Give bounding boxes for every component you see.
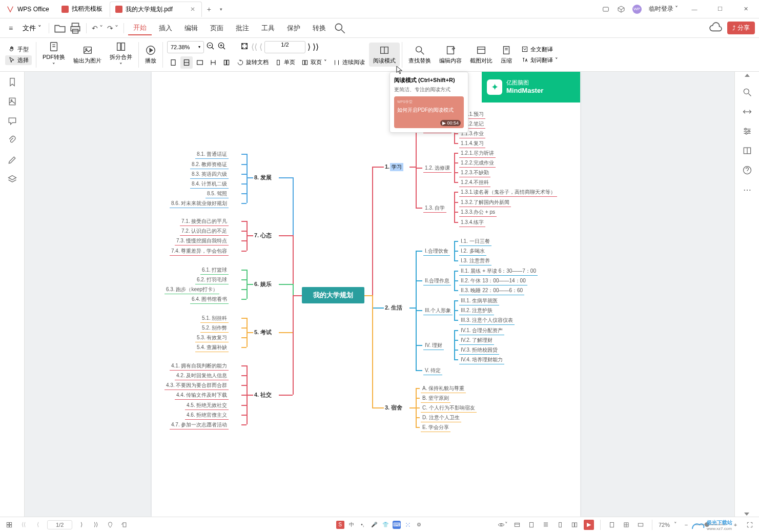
- sb-marker-icon[interactable]: [105, 520, 115, 530]
- menu-edit[interactable]: 编辑: [179, 22, 203, 35]
- next-page-button[interactable]: ⟩: [307, 42, 311, 52]
- bookmark-icon[interactable]: [7, 77, 17, 87]
- tooltip-video[interactable]: WPS学堂 如何开启PDF的阅读模式 ▶ 00:54: [394, 96, 464, 128]
- reading-mode-button[interactable]: 阅读模式: [369, 43, 400, 67]
- sb-last-page[interactable]: ⟩⟩: [91, 520, 101, 530]
- scroll-up-icon[interactable]: [745, 74, 750, 77]
- read-right-icon[interactable]: [742, 146, 752, 156]
- zoom-input[interactable]: 72.38%▾: [167, 41, 204, 53]
- sogou-icon[interactable]: S: [336, 521, 344, 529]
- fit-1[interactable]: [167, 56, 179, 69]
- minimize-button[interactable]: —: [685, 2, 704, 17]
- search-right-icon[interactable]: [742, 87, 752, 97]
- sb-fit3-icon[interactable]: [635, 520, 646, 530]
- fit-5[interactable]: [220, 56, 233, 69]
- tab-menu-dropdown[interactable]: ▾: [215, 7, 228, 12]
- compress-button[interactable]: 压缩: [497, 43, 516, 67]
- sb-play-icon[interactable]: ▶: [584, 520, 594, 530]
- close-button[interactable]: ✕: [736, 2, 755, 17]
- redo-icon[interactable]: ↷ ˅: [106, 22, 119, 35]
- menu-page[interactable]: 页面: [205, 22, 229, 35]
- attachment-icon[interactable]: [7, 135, 17, 146]
- file-menu[interactable]: 文件 ˅: [19, 24, 45, 33]
- resize-icon[interactable]: [240, 42, 249, 53]
- ime-cn-icon[interactable]: 中: [347, 521, 356, 529]
- sb-view2-icon[interactable]: [526, 520, 537, 530]
- thumbnail-icon[interactable]: [7, 96, 17, 107]
- convert-right-icon[interactable]: [742, 107, 752, 117]
- fit-2[interactable]: [180, 56, 193, 69]
- menu-start[interactable]: 开始: [128, 21, 152, 35]
- print-icon[interactable]: [69, 22, 82, 35]
- fit-3[interactable]: [194, 56, 206, 69]
- find-replace-button[interactable]: 查找替换: [404, 43, 435, 67]
- pdf-convert-button[interactable]: PDF转换˅: [38, 39, 69, 71]
- new-tab-button[interactable]: +: [203, 5, 215, 13]
- ime-gear-icon[interactable]: ⚙: [415, 521, 423, 529]
- user-avatar[interactable]: WP: [632, 5, 642, 14]
- menu-hamburger[interactable]: ≡: [4, 22, 17, 35]
- tab-document[interactable]: 我的大学规划.pdf ✕: [110, 2, 202, 17]
- prev-page-button[interactable]: ⟨: [259, 42, 262, 52]
- search-icon[interactable]: [333, 22, 346, 35]
- settings-right-icon[interactable]: [742, 126, 752, 136]
- layers-icon[interactable]: [7, 174, 17, 185]
- zoom-out-button[interactable]: [206, 42, 215, 53]
- word-translate-button[interactable]: 划词翻译˅: [518, 55, 561, 65]
- ime-mic-icon[interactable]: 🎤: [370, 521, 378, 529]
- open-icon[interactable]: [53, 22, 67, 35]
- edit-content-button[interactable]: 编辑内容: [435, 43, 466, 67]
- sb-eye-icon[interactable]: ˅: [498, 520, 508, 530]
- export-image-button[interactable]: 输出为图片: [69, 43, 106, 67]
- maximize-button[interactable]: ☐: [711, 2, 729, 17]
- sb-page-indicator[interactable]: 1/2: [47, 520, 72, 529]
- page-input[interactable]: 1/2: [264, 41, 305, 53]
- undo-icon[interactable]: ↶ ˅: [91, 22, 104, 35]
- login-text[interactable]: 临时登录 ˅: [649, 5, 678, 13]
- device-icon[interactable]: [602, 5, 610, 13]
- menu-convert[interactable]: 转换: [307, 22, 331, 35]
- sb-grid-icon[interactable]: [4, 520, 14, 530]
- sb-rotate-icon[interactable]: [119, 520, 130, 530]
- split-merge-button[interactable]: 拆分合并˅: [106, 39, 136, 71]
- full-translate-button[interactable]: 全文翻译: [518, 45, 561, 54]
- tab-templates[interactable]: 找稻壳模板: [56, 2, 108, 17]
- screenshot-compare-button[interactable]: 截图对比: [466, 43, 497, 67]
- ime-grid-icon[interactable]: ⁙: [404, 521, 412, 529]
- sb-view5-icon[interactable]: [569, 520, 580, 530]
- menu-protect[interactable]: 保护: [282, 22, 305, 35]
- double-page-button[interactable]: 双页˅: [299, 57, 329, 67]
- select-tool[interactable]: 选择: [5, 55, 32, 65]
- rotate-button[interactable]: 旋转文档: [235, 57, 271, 67]
- ime-punct-icon[interactable]: •,: [359, 521, 367, 529]
- first-page-button[interactable]: ⟨⟨: [251, 42, 257, 52]
- cube-icon[interactable]: [617, 5, 625, 13]
- sb-fullscreen-icon[interactable]: [745, 520, 755, 530]
- tab-close[interactable]: ✕: [189, 6, 196, 13]
- sb-view1-icon[interactable]: [512, 520, 522, 530]
- sb-first-page[interactable]: ⟨⟨: [18, 520, 29, 530]
- menu-annotate[interactable]: 批注: [231, 22, 254, 35]
- menu-insert[interactable]: 插入: [154, 22, 177, 35]
- sb-fit1-icon[interactable]: [607, 520, 617, 530]
- scroll-down-icon[interactable]: [744, 513, 749, 516]
- last-page-button[interactable]: ⟩⟩: [313, 42, 319, 52]
- ime-keyboard-icon[interactable]: ⌨: [393, 521, 401, 529]
- help-icon[interactable]: [742, 165, 752, 175]
- sb-zoom-out[interactable]: −: [681, 520, 691, 530]
- sb-prev-page[interactable]: ⟨: [33, 520, 43, 530]
- fit-4[interactable]: [207, 56, 219, 69]
- continuous-button[interactable]: 连续阅读: [331, 57, 367, 67]
- pen-icon[interactable]: [7, 155, 17, 165]
- sb-fit2-icon[interactable]: [621, 520, 631, 530]
- comment-icon[interactable]: [7, 116, 17, 126]
- single-page-button[interactable]: 单页: [273, 57, 297, 67]
- canvas[interactable]: ✦ 亿图脑图MindMaster 我的大学规划 1. 学习1.1. 专业课1.1…: [25, 72, 734, 517]
- sb-view3-icon[interactable]: [541, 520, 551, 530]
- sb-next-page[interactable]: ⟩: [76, 520, 87, 530]
- sb-view4-icon[interactable]: [555, 520, 565, 530]
- play-button[interactable]: 播放: [141, 43, 160, 67]
- zoom-in-button[interactable]: [217, 42, 227, 53]
- share-button[interactable]: ⤴ 分享: [727, 22, 755, 34]
- more-icon[interactable]: ⋯: [742, 185, 752, 195]
